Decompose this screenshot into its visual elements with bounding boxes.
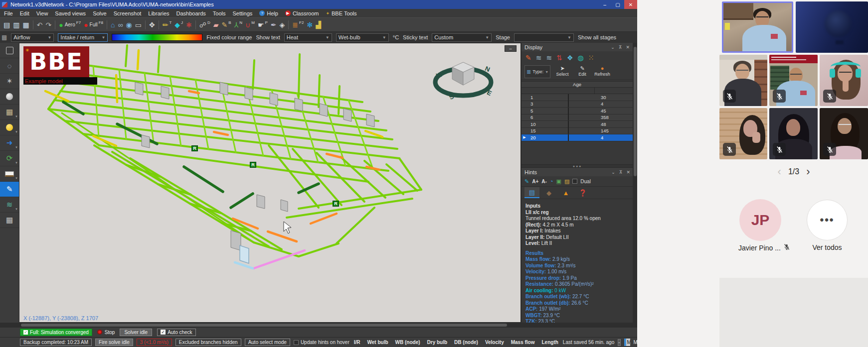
route-button[interactable]: ☍D	[198, 19, 212, 31]
menu-item-tools[interactable]: Tools	[213, 10, 226, 16]
horizontal-scrollbar[interactable]	[0, 323, 637, 328]
sidebar-layers-tool[interactable]: ≋▼	[0, 197, 19, 213]
age-table-row[interactable]: 34	[521, 101, 633, 108]
settings-gear-button[interactable]: ✱	[184, 19, 193, 31]
layers-pin-icon[interactable]: ≋	[546, 54, 552, 62]
sidebar-recycle-tool[interactable]: ⟳▼	[0, 151, 19, 166]
open-file-button[interactable]: ▥	[11, 19, 21, 31]
menu-item-solve[interactable]: Solve	[93, 10, 107, 16]
new-file-button[interactable]: ▤	[2, 19, 11, 31]
see-all-label[interactable]: Ver todos	[807, 243, 848, 251]
refresh-action[interactable]: ● Refresh	[594, 65, 610, 77]
age-table-row[interactable]: 130	[521, 94, 633, 101]
note-icon[interactable]: ▣	[556, 178, 561, 185]
previous-page-chevron[interactable]: ‹	[778, 166, 781, 177]
legend-dots-icon[interactable]: ⁙	[588, 54, 594, 62]
statusbar-toggle-length[interactable]: Length	[542, 340, 558, 345]
menu-item-screenshot[interactable]: Screenshot	[114, 10, 142, 16]
magnet-button[interactable]: ∪M	[244, 19, 256, 31]
menu-item-view[interactable]: View	[36, 10, 48, 16]
wet-bulb-dropdown[interactable]: Wet-bulb▼	[336, 33, 389, 42]
chart-button[interactable]: ▟	[314, 19, 323, 31]
close-icon[interactable]: ✕	[626, 45, 630, 50]
design-icon[interactable]: ✎	[525, 54, 531, 62]
edit-action[interactable]: ✎ Edit	[574, 65, 590, 77]
next-page-chevron[interactable]: ›	[806, 166, 810, 177]
pan-hand-button[interactable]: ✥	[148, 19, 157, 31]
statusbar-toggle-wb-node-[interactable]: WB (node)	[395, 340, 420, 345]
dual-checkbox[interactable]	[572, 179, 577, 184]
auto-check-toggle[interactable]: ✓ Auto check	[157, 329, 195, 336]
vertical-scrollbar[interactable]	[633, 43, 637, 323]
close-icon[interactable]: ✕	[626, 170, 630, 175]
show-all-stages-label[interactable]: Show all stages	[578, 34, 616, 40]
junction-3d-button[interactable]: ◆J	[173, 19, 184, 31]
participant-avatar-jp[interactable]: JP	[739, 199, 781, 241]
pin-icon[interactable]: ⊼	[619, 45, 622, 50]
bottom-participant-tile[interactable]: CR	[719, 278, 868, 347]
video-tile-participant[interactable]	[820, 108, 868, 159]
stage-dropdown[interactable]: ▼	[514, 33, 574, 42]
menu-item-dashboards[interactable]: Dashboards	[176, 10, 206, 16]
sidebar-cube-tool[interactable]	[0, 43, 19, 58]
palette-icon[interactable]: ❖	[567, 54, 573, 62]
regulator-marker[interactable]: R	[333, 201, 339, 207]
menu-item-bbe-tools[interactable]: ✦BBE Tools	[326, 10, 356, 16]
direction-button[interactable]: ◈	[278, 19, 287, 31]
undo-button[interactable]: ↶	[35, 19, 44, 31]
tab-info[interactable]: ▤	[524, 187, 539, 198]
viewport-minimize-button[interactable]: –	[505, 45, 517, 52]
find-button[interactable]: ∞	[117, 19, 125, 31]
solver-idle-button[interactable]: Solver idle	[120, 329, 152, 336]
sidebar-schedule-tool[interactable]: ▦▼	[0, 105, 19, 120]
minimize-button[interactable]: –	[598, 0, 611, 9]
pen-add-button[interactable]: ✒	[269, 19, 278, 31]
video-tile-participant[interactable]	[719, 108, 767, 159]
collapse-icon[interactable]: ⌄	[611, 45, 615, 50]
excluded-branches-status[interactable]: Excluded branches hidden	[175, 339, 241, 346]
regulator-marker[interactable]: R	[250, 162, 256, 168]
simulation-converged-button[interactable]: ✓ Full: Simulation converged	[20, 329, 92, 336]
flow-arrows-icon[interactable]: ⇅	[556, 54, 562, 62]
close-button[interactable]: ✕	[624, 0, 637, 9]
video-tile-speaker[interactable]	[722, 1, 793, 53]
sidebar-axes-tool[interactable]: ✶	[0, 74, 19, 89]
heat-dropdown[interactable]: Heat▼	[284, 33, 332, 42]
paint-brush-button[interactable]: ✎B	[220, 19, 233, 31]
age-table-row[interactable]: 1048	[521, 121, 633, 128]
menu-item-file[interactable]: File	[4, 10, 13, 16]
sidebar-arrow-tool[interactable]: ➜▼	[0, 135, 19, 151]
sticky-text-label[interactable]: Sticky text	[403, 34, 428, 40]
redo-button[interactable]: ↷	[44, 19, 53, 31]
menu-item-settings[interactable]: Settings	[233, 10, 253, 16]
statusbar-toggle-i-r[interactable]: I/R	[354, 340, 360, 345]
sidebar-design-tool[interactable]: ✎	[0, 182, 19, 197]
sidebar-billboard-tool[interactable]: ▼	[0, 166, 19, 182]
tab-fire[interactable]: ▲	[558, 187, 573, 198]
fixed-colour-range-label[interactable]: Fixed colour range	[206, 34, 252, 40]
layers-icon[interactable]: ≋	[536, 54, 542, 62]
select-action[interactable]: ➤ Select	[554, 65, 570, 77]
low-flow-warning[interactable]: 3 (<1.0 m³/s)	[137, 339, 172, 346]
network-3d-viewport[interactable]: W N S E ✳ BBE Example model R R R – X (-…	[19, 43, 521, 323]
statusbar-toggle-mass-flow[interactable]: Mass flow	[511, 340, 535, 345]
camera-button[interactable]: ◉	[125, 19, 134, 31]
font-decrease-button[interactable]: A-	[541, 179, 547, 184]
sidebar-zoom-tool[interactable]: ◌	[0, 58, 19, 74]
stop-button[interactable]: Stop	[97, 330, 115, 335]
video-tile-participant[interactable]	[769, 55, 818, 106]
aero-solve-button[interactable]: ●AeroF7	[57, 19, 82, 31]
home-view-button[interactable]: ⌂	[109, 19, 116, 31]
sidebar-grid-tool[interactable]: ▦	[0, 213, 19, 228]
regulator-marker[interactable]: R	[191, 145, 198, 151]
pin-icon[interactable]: ⊼	[619, 170, 623, 175]
auto-select-mode-status[interactable]: Auto select mode	[245, 339, 290, 346]
menu-item-saved-views[interactable]: Saved views	[55, 10, 86, 16]
show-text-label[interactable]: Show text	[256, 34, 280, 40]
menu-item-edit[interactable]: Edit	[20, 10, 29, 16]
font-increase-button[interactable]: A+	[532, 179, 538, 184]
video-tile-participant[interactable]	[820, 55, 868, 106]
eraser-button[interactable]: ▰	[212, 19, 220, 31]
panel-splitter[interactable]: ●●●	[521, 164, 633, 168]
age-table-row[interactable]: ▶204	[521, 134, 633, 141]
